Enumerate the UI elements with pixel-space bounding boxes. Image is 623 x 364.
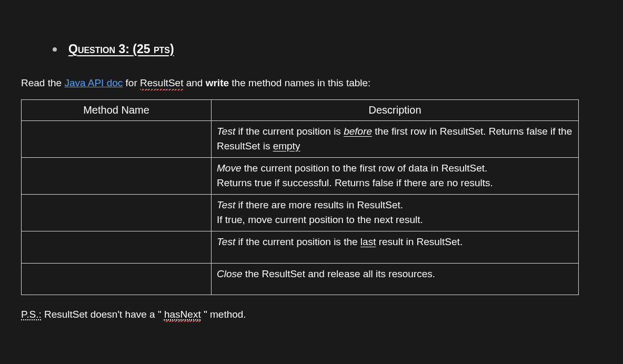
- desc-segment: if there are no results.: [394, 177, 493, 188]
- ps-note: P.S.: ResultSet doesn't have a " hasNext…: [21, 309, 602, 320]
- table-row: Test if the current position is the last…: [22, 231, 579, 264]
- desc-segment: .: [485, 163, 487, 174]
- desc-segment: and release all its resources.: [305, 268, 435, 279]
- instr-t3: and: [186, 77, 206, 88]
- description-cell: Test if there are more results in Result…: [212, 195, 579, 231]
- document-page: Question 3: (25 pts) Read the Java API d…: [0, 0, 623, 341]
- table-row: Test if there are more results in Result…: [22, 195, 579, 231]
- instruction-line: Read the Java API doc for ResultSet and …: [21, 77, 602, 89]
- table-row: Close the ResultSet and release all its …: [22, 263, 579, 295]
- col-header-description: Description: [212, 100, 579, 121]
- method-name-cell[interactable]: [22, 158, 212, 195]
- desc-segment: Test: [217, 199, 235, 210]
- method-name-cell[interactable]: [22, 263, 212, 295]
- desc-segment: if the current position is the: [235, 236, 360, 247]
- desc-segment: If true, move current position to the ne…: [217, 214, 423, 225]
- desc-segment: Close: [217, 268, 243, 279]
- table-row: Test if the current position is before t…: [22, 121, 579, 158]
- desc-segment: false: [527, 126, 548, 137]
- desc-segment: ResultSet: [262, 268, 305, 279]
- instr-t2: for: [126, 77, 140, 88]
- table-header-row: Method Name Description: [22, 100, 579, 121]
- method-name-cell[interactable]: [22, 121, 212, 158]
- description-cell: Close the ResultSet and release all its …: [212, 263, 579, 295]
- desc-segment: false: [373, 177, 394, 188]
- desc-segment: ResultSet: [417, 236, 460, 247]
- java-api-doc-link[interactable]: Java API doc: [64, 77, 123, 88]
- table-row: Move the current position to the first r…: [22, 158, 579, 195]
- desc-segment: Test: [217, 126, 235, 137]
- description-cell: Test if the current position is the last…: [212, 231, 579, 264]
- desc-segment: Returns: [217, 177, 255, 188]
- desc-segment: .: [400, 199, 403, 210]
- question-heading: Question 3: (25 pts): [68, 42, 174, 56]
- desc-segment: true: [255, 177, 272, 188]
- desc-segment: last: [360, 236, 376, 247]
- method-name-cell[interactable]: [22, 231, 212, 264]
- desc-segment: is: [260, 140, 273, 151]
- desc-segment: before: [344, 126, 372, 137]
- heading-points-open: (25: [133, 42, 150, 56]
- col-header-method-name: Method Name: [22, 100, 212, 121]
- desc-segment: ResultSet: [441, 163, 485, 174]
- desc-segment: .: [460, 236, 463, 247]
- desc-segment: the current position to the first row of…: [241, 163, 441, 174]
- description-cell: Move the current position to the first r…: [212, 158, 579, 195]
- instr-t4: the method names in this table:: [232, 77, 370, 88]
- heading-word-question: Question: [68, 42, 115, 56]
- desc-segment: if there are more results in: [235, 199, 357, 210]
- desc-segment: ResultSet: [217, 140, 260, 151]
- desc-segment: . Returns: [483, 126, 526, 137]
- method-name-cell[interactable]: [22, 195, 212, 231]
- ps-t2: doesn't have a ": [91, 309, 162, 320]
- ps-label: P.S.:: [21, 309, 42, 320]
- desc-segment: the: [243, 268, 262, 279]
- methods-table: Method Name Description Test if the curr…: [21, 99, 579, 295]
- resultset-spellcheck: ResultSet: [140, 77, 183, 89]
- desc-segment: ResultSet: [440, 126, 483, 137]
- desc-segment: empty: [273, 140, 300, 151]
- table-body: Test if the current position is before t…: [22, 121, 579, 295]
- heading-points-word: pts): [154, 42, 174, 56]
- hasnext-spellcheck: hasNext: [164, 309, 201, 320]
- desc-segment: the first row in: [372, 126, 440, 137]
- desc-segment: if successful. Returns: [272, 177, 373, 188]
- ps-t3: " method.: [204, 309, 246, 320]
- desc-segment: Move: [217, 163, 241, 174]
- question-heading-row: Question 3: (25 pts): [53, 42, 602, 56]
- ps-t1: ResultSet: [44, 309, 87, 320]
- bullet-icon: [53, 47, 57, 52]
- description-cell: Test if the current position is before t…: [212, 121, 579, 158]
- desc-segment: if the: [548, 126, 572, 137]
- heading-number: 3:: [118, 42, 129, 56]
- desc-segment: Test: [217, 236, 235, 247]
- desc-segment: result in: [376, 236, 416, 247]
- desc-segment: if the current position is: [235, 126, 344, 137]
- instr-bold-write: write: [206, 77, 229, 88]
- desc-segment: ResultSet: [357, 199, 400, 210]
- instr-t1: Read the: [21, 77, 64, 88]
